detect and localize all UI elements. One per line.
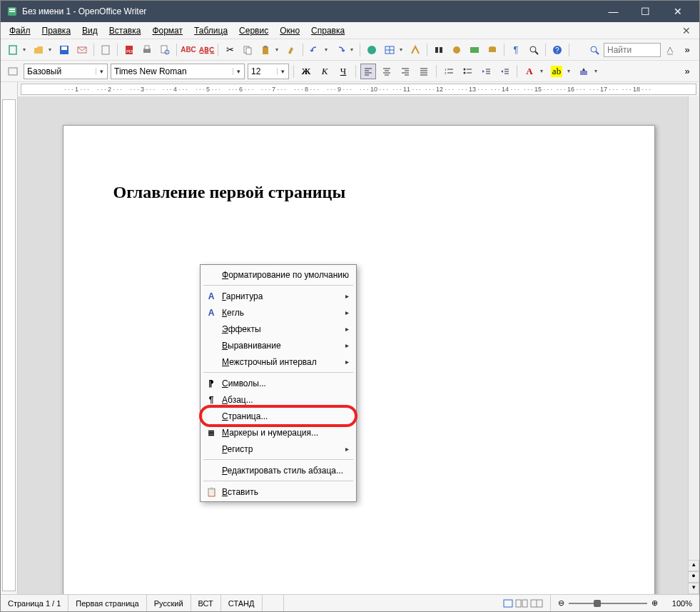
page-up-button[interactable]: ▴: [688, 560, 699, 571]
bullet-list-button[interactable]: [460, 64, 475, 79]
increase-indent-button[interactable]: [497, 64, 512, 79]
menu-window[interactable]: Окно: [275, 24, 304, 37]
autospell-icon[interactable]: A̲B̲C̲: [198, 42, 214, 58]
horizontal-ruler[interactable]: · · · 1 · · ·· · · 2 · · ·· · · 3 · · ··…: [21, 84, 696, 95]
align-center-button[interactable]: [379, 64, 395, 79]
redo-icon[interactable]: [333, 42, 348, 58]
toolbar-overflow-icon[interactable]: »: [679, 42, 695, 58]
menu-edit[interactable]: Правка: [38, 24, 76, 37]
help-icon[interactable]: ?: [549, 42, 565, 58]
zoom-in-button[interactable]: ⊕: [651, 598, 658, 608]
underline-button[interactable]: Ч: [335, 64, 351, 79]
nonprinting-icon[interactable]: ¶: [508, 42, 524, 58]
minimize-button[interactable]: —: [597, 1, 629, 22]
menu-format[interactable]: Формат: [148, 24, 187, 37]
status-page[interactable]: Страница 1 / 1: [1, 595, 69, 611]
page-down-button[interactable]: ▾: [688, 583, 699, 594]
menu-tools[interactable]: Сервис: [235, 24, 273, 37]
font-color-button[interactable]: A: [522, 64, 537, 79]
align-right-button[interactable]: [397, 64, 413, 79]
context-menu-item[interactable]: Межстрочный интервал▸: [202, 353, 355, 370]
find-next-icon[interactable]: [662, 42, 678, 58]
context-menu-item[interactable]: Форматирование по умолчанию: [202, 266, 355, 283]
cut-icon[interactable]: ✂: [222, 42, 238, 58]
context-menu-item[interactable]: ⁋Символы...: [202, 375, 355, 391]
dropdown-icon[interactable]: ▾: [96, 68, 107, 75]
menu-table[interactable]: Таблица: [190, 24, 232, 37]
status-selection-mode[interactable]: СТАНД: [221, 595, 263, 611]
context-menu-item[interactable]: 📋Вставить: [202, 483, 355, 500]
spellcheck-icon[interactable]: ABC: [181, 42, 196, 58]
open-icon[interactable]: [31, 42, 46, 58]
zoom-thumb[interactable]: [594, 600, 601, 607]
view-multi-icon[interactable]: [515, 599, 528, 608]
find-icon[interactable]: [587, 42, 602, 58]
undo-icon[interactable]: [307, 42, 323, 58]
dropdown-icon[interactable]: ▾: [400, 46, 405, 53]
numbered-list-button[interactable]: 12: [441, 64, 457, 79]
format-paintbrush-icon[interactable]: [283, 42, 299, 58]
italic-button[interactable]: К: [317, 64, 333, 79]
copy-icon[interactable]: [240, 42, 255, 58]
context-menu-item[interactable]: Регистр▸: [202, 441, 355, 457]
menu-help[interactable]: Справка: [307, 24, 349, 37]
dropdown-icon[interactable]: ▾: [325, 46, 330, 53]
align-left-button[interactable]: [360, 64, 376, 79]
close-button[interactable]: ✕: [661, 1, 694, 22]
hyperlink-icon[interactable]: [364, 42, 380, 58]
dropdown-icon[interactable]: ▾: [567, 68, 573, 74]
table-icon[interactable]: [382, 42, 397, 58]
zoom-icon[interactable]: [526, 42, 542, 58]
styles-icon[interactable]: [5, 64, 21, 79]
close-document-button[interactable]: ✕: [678, 24, 695, 38]
dropdown-icon[interactable]: ▾: [23, 46, 29, 53]
status-language[interactable]: Русский: [147, 595, 191, 611]
datasource-icon[interactable]: [485, 42, 500, 58]
dropdown-icon[interactable]: ▾: [275, 46, 281, 53]
export-pdf-icon[interactable]: PDF: [121, 42, 137, 58]
dropdown-icon[interactable]: ▾: [49, 46, 54, 53]
view-book-icon[interactable]: [530, 599, 543, 608]
new-doc-icon[interactable]: [5, 42, 21, 58]
status-modified[interactable]: [263, 595, 284, 611]
edit-file-icon[interactable]: [98, 42, 113, 58]
navigator-icon[interactable]: [449, 42, 465, 58]
align-justify-button[interactable]: [416, 64, 432, 79]
bold-button[interactable]: Ж: [298, 64, 314, 79]
document-heading[interactable]: Оглавление первой страницы: [113, 183, 604, 202]
status-page-style[interactable]: Первая страница: [69, 595, 146, 611]
context-menu-item[interactable]: ≣Маркеры и нумерация...: [202, 424, 355, 441]
status-insert-mode[interactable]: ВСТ: [191, 595, 221, 611]
font-name-combo[interactable]: ▾: [111, 64, 245, 79]
menu-view[interactable]: Вид: [78, 24, 102, 37]
font-size-combo[interactable]: ▾: [248, 64, 289, 79]
font-size-input[interactable]: [248, 64, 277, 79]
zoom-slider[interactable]: ⊖ ⊕: [551, 598, 665, 608]
show-draw-icon[interactable]: [407, 42, 423, 58]
email-icon[interactable]: [74, 42, 90, 58]
vertical-scrollbar[interactable]: ▴ ● ▾: [688, 96, 699, 594]
context-menu-item[interactable]: Редактировать стиль абзаца...: [202, 462, 355, 478]
context-menu-item[interactable]: Страница...: [202, 408, 355, 424]
context-menu-item[interactable]: AКегль▸: [202, 304, 355, 321]
print-icon[interactable]: [139, 42, 155, 58]
find-input[interactable]: [604, 43, 661, 57]
nav-ball-button[interactable]: ●: [688, 571, 699, 583]
context-menu-item[interactable]: ¶Абзац...: [202, 391, 355, 408]
paragraph-style-combo[interactable]: ▾: [24, 64, 108, 79]
highlight-button[interactable]: ab: [549, 64, 564, 79]
paste-icon[interactable]: [258, 42, 273, 58]
toolbar-overflow-icon[interactable]: »: [679, 64, 695, 79]
context-menu-item[interactable]: Эффекты▸: [202, 321, 355, 337]
find-replace-icon[interactable]: [431, 42, 447, 58]
dropdown-icon[interactable]: ▾: [594, 68, 600, 74]
zoom-track[interactable]: [569, 603, 647, 604]
dropdown-icon[interactable]: ▾: [350, 46, 356, 53]
document-page[interactable]: Оглавление первой страницы: [63, 125, 655, 594]
context-menu-item[interactable]: Выравнивание▸: [202, 337, 355, 353]
background-color-button[interactable]: [576, 64, 592, 79]
gallery-icon[interactable]: [467, 42, 482, 58]
view-layout-buttons[interactable]: [496, 595, 551, 611]
paragraph-style-input[interactable]: [24, 64, 96, 79]
save-icon[interactable]: [56, 42, 72, 58]
